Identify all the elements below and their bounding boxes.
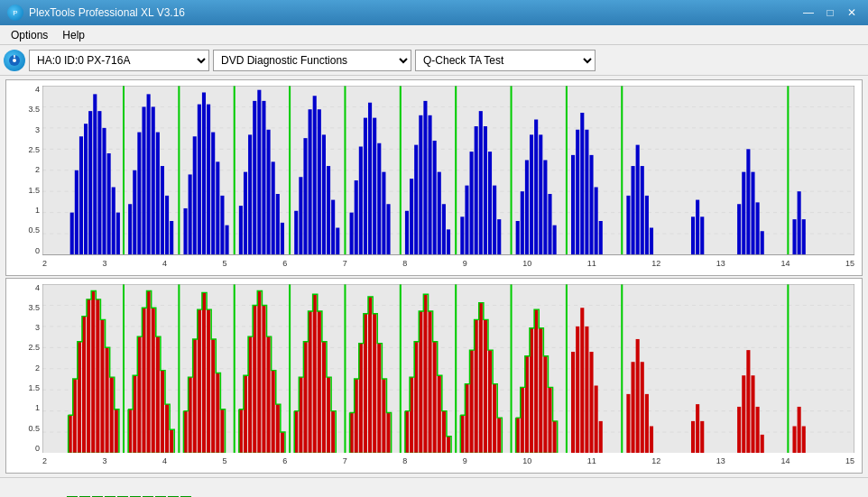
- svg-rect-173: [220, 409, 224, 453]
- svg-rect-74: [386, 204, 390, 254]
- svg-rect-171: [211, 338, 215, 453]
- test-select[interactable]: Q-Check TA Test: [415, 50, 596, 71]
- svg-rect-90: [475, 126, 478, 255]
- svg-rect-111: [589, 155, 593, 255]
- svg-point-1: [13, 59, 16, 62]
- svg-rect-194: [331, 410, 335, 453]
- svg-rect-70: [368, 103, 372, 255]
- svg-rect-46: [248, 134, 252, 254]
- close-button[interactable]: ✕: [843, 5, 861, 21]
- svg-rect-190: [313, 294, 317, 453]
- svg-rect-119: [645, 196, 649, 255]
- svg-rect-99: [525, 161, 529, 255]
- svg-rect-256: [746, 350, 750, 453]
- chart-top-area: [42, 86, 854, 255]
- svg-rect-105: [553, 225, 557, 255]
- svg-rect-160: [156, 336, 160, 453]
- svg-rect-181: [267, 336, 271, 453]
- svg-rect-225: [497, 418, 501, 453]
- svg-rect-88: [465, 186, 468, 255]
- svg-rect-89: [470, 152, 474, 254]
- svg-rect-103: [543, 161, 547, 255]
- svg-rect-37: [202, 93, 206, 255]
- toolbar: HA:0 ID:0 PX-716A DVD Diagnostic Functio…: [0, 45, 868, 76]
- svg-rect-132: [798, 191, 801, 254]
- svg-rect-115: [626, 196, 630, 255]
- svg-rect-201: [373, 313, 376, 453]
- svg-rect-184: [281, 432, 284, 453]
- maximize-button[interactable]: □: [821, 5, 839, 21]
- svg-rect-38: [207, 105, 210, 255]
- svg-rect-257: [751, 375, 754, 453]
- svg-rect-44: [239, 206, 243, 254]
- svg-rect-82: [433, 141, 437, 255]
- svg-rect-235: [553, 420, 557, 453]
- svg-rect-263: [802, 426, 806, 453]
- svg-rect-42: [226, 225, 229, 255]
- svg-rect-250: [650, 426, 653, 453]
- svg-rect-183: [276, 404, 280, 453]
- svg-rect-59: [313, 96, 317, 254]
- svg-rect-77: [410, 179, 413, 254]
- svg-rect-79: [419, 115, 422, 255]
- svg-rect-113: [599, 221, 603, 255]
- chart-top-svg: [42, 86, 854, 255]
- svg-rect-55: [294, 211, 298, 255]
- svg-rect-39: [211, 133, 215, 255]
- title-bar-left: P PlexTools Professional XL V3.16: [7, 5, 185, 21]
- svg-rect-203: [382, 379, 385, 454]
- svg-rect-120: [650, 228, 653, 255]
- svg-rect-27: [152, 106, 155, 254]
- menu-options[interactable]: Options: [4, 27, 55, 43]
- svg-rect-128: [756, 202, 760, 254]
- minimize-button[interactable]: —: [799, 5, 817, 21]
- svg-rect-253: [700, 420, 704, 453]
- menu-help[interactable]: Help: [55, 27, 92, 43]
- svg-rect-108: [576, 130, 579, 255]
- svg-rect-24: [137, 133, 141, 255]
- svg-rect-182: [272, 370, 275, 453]
- svg-rect-52: [276, 194, 280, 255]
- bottom-panel: Jitter: 5 Peak Shift:: [0, 477, 868, 497]
- menu-bar: Options Help: [0, 25, 868, 45]
- svg-rect-110: [585, 130, 588, 255]
- svg-rect-69: [364, 118, 367, 255]
- drive-icon: [4, 50, 25, 71]
- svg-rect-204: [386, 412, 390, 453]
- svg-rect-259: [761, 434, 764, 453]
- svg-rect-62: [327, 166, 330, 254]
- svg-rect-243: [599, 420, 603, 453]
- svg-rect-48: [257, 90, 261, 255]
- svg-rect-36: [198, 105, 201, 255]
- svg-rect-49: [262, 101, 265, 255]
- main-content: 4 3.5 3 2.5 2 1.5 1 0.5 0: [0, 76, 868, 477]
- svg-rect-161: [161, 370, 164, 453]
- svg-rect-221: [479, 302, 483, 453]
- svg-rect-22: [128, 204, 132, 254]
- svg-rect-122: [696, 200, 699, 255]
- svg-rect-261: [792, 426, 796, 453]
- svg-rect-258: [756, 406, 760, 453]
- drive-select[interactable]: HA:0 ID:0 PX-716A: [29, 50, 209, 71]
- svg-rect-233: [543, 355, 547, 453]
- svg-rect-61: [322, 134, 326, 254]
- svg-rect-26: [147, 94, 151, 254]
- svg-rect-47: [253, 101, 256, 255]
- svg-rect-34: [189, 174, 192, 254]
- svg-rect-58: [309, 109, 312, 254]
- svg-rect-249: [645, 393, 649, 453]
- title-text: PlexTools Professional XL V3.16: [29, 6, 185, 19]
- svg-rect-214: [442, 410, 446, 453]
- app-icon: P: [7, 5, 23, 21]
- svg-rect-53: [281, 223, 284, 255]
- svg-rect-85: [447, 229, 450, 254]
- chart-bottom-x-axis: 2 3 4 5 6 7 8 9 10 11 12 13 14 15: [42, 453, 854, 469]
- svg-rect-241: [589, 352, 593, 454]
- svg-rect-64: [336, 228, 339, 255]
- svg-rect-152: [115, 409, 118, 453]
- chart-top-x-axis: 2 3 4 5 6 7 8 9 10 11 12 13 14 15: [42, 255, 854, 272]
- function-select[interactable]: DVD Diagnostic Functions: [213, 50, 411, 71]
- svg-rect-172: [216, 373, 219, 453]
- svg-rect-63: [331, 200, 335, 255]
- svg-rect-104: [548, 194, 551, 255]
